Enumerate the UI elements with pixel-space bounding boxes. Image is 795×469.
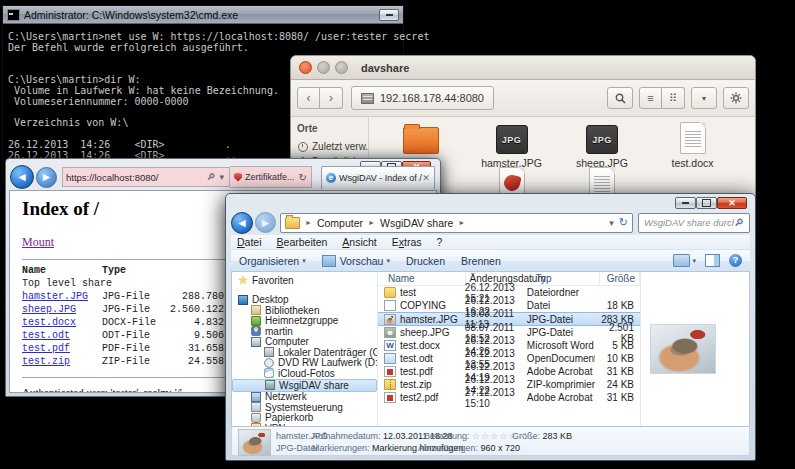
menu-ansicht[interactable]: Ansicht: [342, 236, 376, 248]
sidebar-item-dvd-rw-laufwerk-d-[interactable]: DVD RW Laufwerk (D:): [232, 358, 377, 369]
breadcrumb-share[interactable]: WsgiDAV share: [380, 217, 453, 229]
view-options-button[interactable]: ▾: [691, 87, 717, 109]
hamster-thumbnail: [238, 429, 271, 456]
menu-help[interactable]: ?: [437, 236, 443, 248]
file-link[interactable]: sheep.JPG: [22, 304, 102, 315]
breadcrumb-arrow-icon: ►: [305, 219, 312, 226]
ie-favicon: e: [326, 173, 336, 183]
jpg-file-icon: JPG: [496, 125, 528, 154]
file-link[interactable]: hamster.JPG: [22, 291, 102, 302]
address-breadcrumb[interactable]: ► Computer ► WsgiDAV share ► ▾↻: [280, 213, 633, 233]
column-header-3[interactable]: Größe: [600, 272, 640, 285]
details-size: Größe: 283 KB: [512, 431, 572, 441]
column-header-0[interactable]: Name: [384, 272, 466, 285]
sidebar-item-martin[interactable]: martin: [232, 326, 377, 337]
computer-icon: [251, 337, 261, 347]
file-link[interactable]: test.zip: [22, 356, 102, 367]
back-button[interactable]: ◄: [231, 212, 253, 234]
menu-bar: DateiBearbeitenAnsichtExtras?: [231, 235, 750, 250]
gear-button[interactable]: [723, 87, 749, 109]
sidebar-item-favoriten[interactable]: Favoriten: [232, 275, 377, 286]
sidebar-item-netzwerk[interactable]: Netzwerk: [232, 392, 377, 403]
cmd-title: Administrator: C:\Windows\system32\cmd.e…: [24, 9, 379, 21]
browser-tab[interactable]: e WsgiDAV - Index of / ✕: [321, 166, 435, 189]
cmd-titlebar[interactable]: Administrator: C:\Windows\system32\cmd.e…: [3, 6, 403, 24]
forward-button[interactable]: ►: [36, 167, 57, 188]
column-header-2[interactable]: Typ: [532, 272, 600, 285]
minimize-button[interactable]: [675, 197, 696, 209]
table-row-test2.pdf[interactable]: test2.pdf27.12.2013 15:10Adobe Acrobat D…: [378, 391, 640, 404]
maximize-button[interactable]: [696, 197, 717, 209]
grid-view-button[interactable]: ⠿: [662, 87, 685, 109]
place-label: Zuletzt verw...: [312, 141, 368, 152]
address-text: 192.168.178.44:8080: [380, 92, 484, 104]
list-view-button[interactable]: ≡: [639, 87, 662, 109]
toolbar-drucken-button[interactable]: Drucken: [406, 255, 445, 267]
file-label: test.docx: [648, 157, 738, 169]
close-icon[interactable]: [299, 61, 312, 74]
network-icon: [251, 392, 261, 402]
toolbar-vorschau-button[interactable]: Vorschau▾: [322, 255, 390, 267]
sidebar-item-icloud-fotos[interactable]: iCloud-Fotos: [232, 368, 377, 379]
file-sheep.JPG[interactable]: JPGsheep.JPG: [557, 122, 647, 169]
search-icon[interactable]: 🔎︎: [206, 172, 215, 182]
address-dropdown-icon[interactable]: ▾: [609, 218, 614, 228]
help-button[interactable]: ?: [729, 254, 742, 267]
toolbar-organisieren-button[interactable]: Organisieren▾: [239, 255, 306, 267]
search-icon[interactable]: 🔎︎: [734, 217, 744, 228]
refresh-icon[interactable]: ↻: [299, 172, 307, 183]
close-button[interactable]: ✕: [717, 197, 747, 209]
url-text[interactable]: https://localhost:8080/: [66, 172, 204, 183]
views-button[interactable]: ▾: [673, 254, 696, 267]
minimize-icon[interactable]: [317, 61, 330, 74]
certificate-error-button[interactable]: Zertifikatfe... ↻: [230, 166, 312, 188]
search-box[interactable]: WsgiDAV share durchsuchen 🔎︎: [638, 213, 750, 233]
explorer-window: ✕ ◄ ► ► Computer ► WsgiDAV share ► ▾↻ Ws…: [225, 193, 756, 461]
file-link[interactable]: test.pdf: [22, 343, 102, 354]
details-rating[interactable]: Bewertung: ☆☆☆☆☆: [424, 431, 517, 441]
sidebar-item-systemsteuerung[interactable]: Systemsteuerung: [232, 402, 377, 413]
toolbar-brennen-button[interactable]: Brennen: [461, 255, 501, 267]
maximize-icon[interactable]: [335, 61, 348, 74]
menu-datei[interactable]: Datei: [237, 236, 262, 248]
address-bar[interactable]: https://localhost:8080/ 🔎︎ ▾: [62, 167, 230, 187]
sidebar-item-papierkorb[interactable]: Papierkorb: [232, 413, 377, 424]
doc-file-icon: [680, 122, 706, 154]
back-button[interactable]: ◄: [10, 165, 34, 189]
minimize-button[interactable]: [379, 9, 399, 21]
back-button[interactable]: ‹: [297, 87, 320, 109]
sidebar-item-computer[interactable]: Computer: [232, 337, 377, 348]
odt-file-icon: [384, 353, 396, 364]
caret-down-icon: ▾: [302, 257, 306, 265]
sidebar-item-bibliotheken[interactable]: Bibliotheken: [232, 305, 377, 316]
search-icon: [615, 93, 626, 104]
sidebar-item-heimnetzgruppe[interactable]: Heimnetzgruppe: [232, 316, 377, 327]
libraries-icon: [251, 305, 261, 315]
mount-link[interactable]: Mount: [22, 235, 54, 249]
certificate-error-text: Zertifikatfe...: [245, 172, 295, 182]
sidebar-item-lokaler-datentr-ger-c-[interactable]: Lokaler Datenträger (C:): [232, 347, 377, 358]
file-hamster.JPG[interactable]: JPGhamster.JPG: [467, 122, 557, 169]
forward-button[interactable]: ›: [320, 87, 343, 109]
file-link[interactable]: test.docx: [22, 317, 102, 328]
forward-button[interactable]: ►: [255, 212, 276, 233]
sidebar-item-wsgidav-share[interactable]: WsgiDAV share: [232, 379, 377, 392]
menu-extras[interactable]: Extras: [392, 236, 422, 248]
desktop: { "colors": {"ubuntu_close": "#e4552f", …: [0, 0, 795, 469]
breadcrumb-arrow-icon: ►: [458, 219, 465, 226]
breadcrumb-computer[interactable]: Computer: [317, 217, 363, 229]
file-test.docx[interactable]: test.docx: [648, 122, 738, 169]
dropdown-icon[interactable]: ▾: [219, 172, 224, 182]
search-button[interactable]: [607, 87, 633, 109]
menu-bearbeiten[interactable]: Bearbeiten: [277, 236, 328, 248]
tab-close-icon[interactable]: ✕: [422, 173, 430, 183]
preview-pane-toggle[interactable]: [705, 254, 720, 267]
folder-file-icon: [384, 287, 396, 298]
nautilus-toolbar: ‹ › 192.168.178.44:8080 ≡ ⠿ ▾: [291, 80, 755, 117]
nautilus-titlebar[interactable]: davshare: [291, 56, 755, 80]
sidebar-item-recent[interactable]: Zuletzt verw...: [291, 139, 368, 154]
file-link[interactable]: test.odt: [22, 330, 102, 341]
refresh-icon[interactable]: ↻: [619, 216, 628, 229]
address-breadcrumb[interactable]: 192.168.178.44:8080: [351, 86, 494, 110]
sidebar-item-desktop[interactable]: Desktop: [232, 295, 377, 306]
